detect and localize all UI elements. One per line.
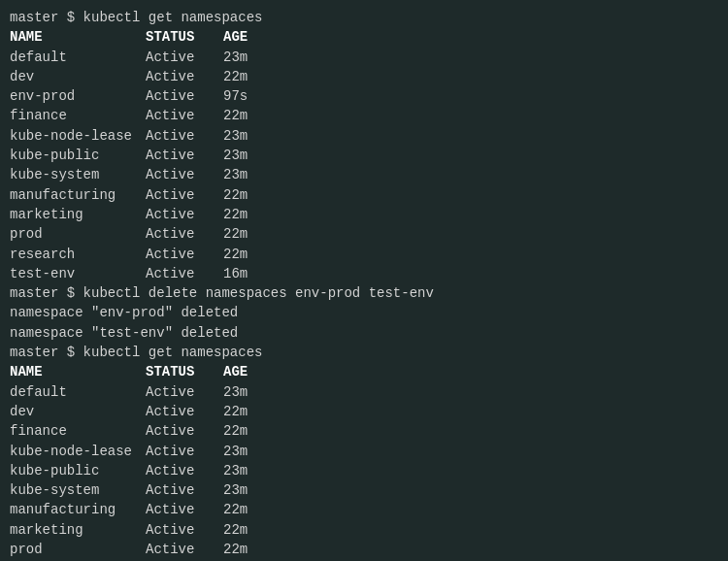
table-row: manufacturingActive22m — [10, 185, 718, 205]
delete-text-1: namespace "env-prod" deleted — [10, 303, 238, 322]
delete-text-2: namespace "test-env" deleted — [10, 323, 238, 343]
table-row: devActive22m — [10, 67, 718, 86]
table-row: kube-node-leaseActive23m — [10, 126, 718, 146]
table-row: marketingActive22m — [10, 520, 718, 540]
col-age-header-2: AGE — [223, 362, 272, 381]
table-row: marketingActive22m — [10, 205, 718, 224]
table-row: defaultActive23m — [10, 382, 718, 402]
table-row: devActive22m — [10, 402, 718, 421]
col-name-header-2: NAME — [10, 362, 146, 381]
col-status-header-1: STATUS — [146, 27, 223, 47]
prompt-1: master $ kubectl get namespaces — [10, 8, 262, 27]
table-row: financeActive22m — [10, 421, 718, 441]
table-header-1: NAMESTATUSAGE — [10, 27, 718, 47]
table-row: prodActive22m — [10, 224, 718, 244]
prompt-2: master $ kubectl delete namespaces env-p… — [10, 283, 434, 303]
table-row: kube-publicActive23m — [10, 146, 718, 165]
command-line-3: master $ kubectl get namespaces — [10, 343, 718, 362]
table-row: kube-systemActive23m — [10, 480, 718, 500]
terminal: master $ kubectl get namespaces NAMESTAT… — [0, 0, 728, 561]
table-row: defaultActive23m — [10, 48, 718, 67]
table-header-2: NAMESTATUSAGE — [10, 362, 718, 381]
table-row: financeActive22m — [10, 106, 718, 125]
table-row: researchActive22m — [10, 245, 718, 264]
table-row: test-envActive16m — [10, 264, 718, 283]
col-status-header-2: STATUS — [146, 362, 223, 381]
col-name-header-1: NAME — [10, 27, 146, 47]
prompt-3: master $ kubectl get namespaces — [10, 343, 262, 362]
table-row: kube-systemActive23m — [10, 165, 718, 184]
table-row: prodActive22m — [10, 540, 718, 559]
table-row: kube-node-leaseActive23m — [10, 442, 718, 461]
command-line-2: master $ kubectl delete namespaces env-p… — [10, 283, 718, 303]
table-row: kube-publicActive23m — [10, 461, 718, 480]
table-row: manufacturingActive22m — [10, 500, 718, 519]
table-row: env-prodActive97s — [10, 86, 718, 106]
command-line-1: master $ kubectl get namespaces — [10, 8, 718, 27]
delete-output-1: namespace "env-prod" deleted — [10, 303, 718, 322]
col-age-header-1: AGE — [223, 27, 272, 47]
delete-output-2: namespace "test-env" deleted — [10, 323, 718, 343]
